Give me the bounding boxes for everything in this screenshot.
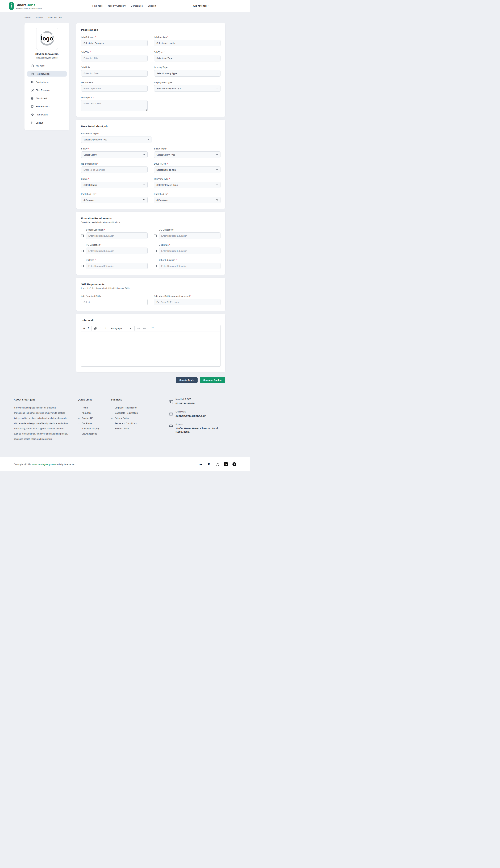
school-education-checkbox[interactable] [81,235,84,237]
contact-phone-value[interactable]: 001-1234-88888 [175,402,195,405]
sidebar-item-logout[interactable]: Logout [27,120,67,126]
contact-phone-label: Need help? 24/7 [175,398,195,400]
instagram-icon[interactable] [215,462,219,466]
doctorate-checkbox[interactable] [154,250,157,252]
no-of-openings-input[interactable] [81,167,148,173]
brand-text: SmartJobs Your Complete Solution for Mod… [15,3,42,9]
section-title: More Detail about job [81,125,220,128]
footer-link-about-us[interactable]: →About US [78,410,104,415]
breadcrumb-account[interactable]: Account [35,16,44,19]
diploma-checkbox[interactable] [81,265,84,267]
save-and-publish-button[interactable]: Save and Publish [200,377,225,383]
copyright-link[interactable]: www.smarteyeapps.com [32,463,56,466]
footer-link-our-plans[interactable]: →Our Plans [78,421,104,426]
field-label: UG Education [159,228,173,231]
days-to-join-select[interactable]: Select Days to Join [154,167,220,173]
field-experience-type: Experience Type* Select Experience Type [81,132,152,143]
svg-text:2: 2 [105,328,106,330]
nav-find-jobs[interactable]: Find Jobs [92,4,103,7]
field-ug-education: UG Education* [154,228,220,239]
sidebar-item-my-jobs[interactable]: My Jobs [27,63,67,68]
link-button[interactable] [94,327,97,330]
pg-education-input[interactable] [86,248,148,254]
sidebar-item-shortlisted[interactable]: Shortlisted [27,95,67,101]
job-title-input[interactable] [81,55,148,61]
industry-type-select[interactable]: Select Industry Type [154,70,220,77]
other-education-checkbox[interactable] [154,265,157,267]
status-select[interactable]: Select Status [81,182,148,188]
job-location-select[interactable]: Select Job Location [154,40,220,46]
published-from-date-input[interactable]: dd/mm/yyyy [81,197,148,203]
salary-type-select[interactable]: Select Salary Type [154,151,220,158]
salary-select[interactable]: Select Salary [81,151,148,158]
school-education-input[interactable] [86,232,148,239]
footer-link-privacy-policy[interactable]: →Privacy Policy [111,415,151,421]
pg-education-checkbox[interactable] [81,250,84,252]
indent-button[interactable] [137,327,140,330]
numbered-list-button[interactable]: 12 [105,327,108,330]
field-label: Doctorate [159,243,169,246]
footer-link-jobs-by-category[interactable]: →Jobs by Category [78,426,104,431]
paragraph-style-dropdown[interactable]: Paragraph [111,327,132,330]
calendar-icon[interactable] [143,199,145,201]
sidebar-item-applications[interactable]: Applications [27,79,67,85]
save-to-draft-button[interactable]: Save to Drat's [176,377,197,383]
field-salary-type: Salary Type* Select Salary Type [154,147,220,158]
bold-button[interactable]: B [83,327,85,330]
nav-companies[interactable]: Companies [131,4,143,7]
nav-jobs-by-category[interactable]: Jobs by Category [107,4,126,7]
outdent-button[interactable] [143,327,146,330]
more-skill-input[interactable] [154,299,220,305]
published-to-date-input[interactable]: dd/mm/yyyy [154,197,220,203]
linkedin-icon[interactable]: in [224,462,228,466]
sidebar-item-find-resume[interactable]: Find Resume [27,87,67,93]
description-textarea[interactable] [81,100,148,111]
doctorate-input[interactable] [159,248,220,254]
user-menu[interactable]: Ava Mitchell [193,4,210,7]
footer-link-candidate-registration[interactable]: →Candidate Registration [111,410,151,415]
required-asterisk: * [169,243,170,246]
field-pg-education: PG Education* [81,243,148,254]
brand-logo[interactable]: SmartJobs Your Complete Solution for Mod… [9,2,42,10]
footer-link-terms-and-conditions[interactable]: →Terms and Conditions [111,421,151,426]
sidebar-item-post-new-job[interactable]: Post New job [27,71,67,77]
post-new-job-card: Post New Job Job Category* Select Job Ca… [76,23,225,117]
footer-link-refund-policy[interactable]: →Refund Policy [111,426,151,431]
editor-content-area[interactable] [81,332,220,366]
job-type-select[interactable]: Select Job Type [154,55,220,61]
bullet-list-button[interactable] [100,327,103,330]
contact-email-value[interactable]: support@smartjobs.com [175,414,206,418]
diploma-input[interactable] [86,263,148,269]
chevron-down-icon [143,301,145,303]
x-twitter-icon[interactable]: X [207,462,211,466]
employment-type-select[interactable]: Select Employment Type [154,85,220,92]
arrow-right-icon: → [111,410,113,415]
experience-type-select[interactable]: Select Experience Type [81,136,152,143]
footer-link-contact-us[interactable]: →Contact US [78,415,104,421]
pinterest-icon[interactable]: P [232,462,236,466]
interview-type-select[interactable]: Select Interview Type [154,182,220,188]
sidebar-item-edit-business[interactable]: Edit Business [27,104,67,109]
italic-button[interactable]: I [88,327,89,330]
ug-education-input[interactable] [159,232,220,239]
ug-education-checkbox[interactable] [154,235,157,237]
calendar-icon[interactable] [216,199,218,201]
job-category-select[interactable]: Select Job Category [81,40,148,46]
sidebar-item-plan-details[interactable]: Plan Details [27,112,67,117]
nav-support[interactable]: Support [148,4,156,7]
chevron-down-icon [208,5,210,7]
breadcrumb-home[interactable]: Home [24,16,31,19]
required-skills-select[interactable]: Select... [81,299,148,305]
footer-link-view-locations[interactable]: →View Locations [78,431,104,436]
job-role-input[interactable] [81,70,148,77]
department-input[interactable] [81,85,148,92]
footer-link-employer-registration[interactable]: →Employer Registration [111,405,151,410]
required-asterisk: * [176,259,177,261]
footer-link-home[interactable]: →Home [78,405,104,410]
meta-icon[interactable]: ∞ [198,462,202,466]
contact-email: Email Us at support@smartjobs.com [169,411,225,418]
blockquote-button[interactable]: “ [151,327,154,330]
brand-tagline: Your Complete Solution for Modern Recrui… [15,8,42,9]
other-education-input[interactable] [159,263,220,269]
chevron-down-icon [143,153,145,156]
